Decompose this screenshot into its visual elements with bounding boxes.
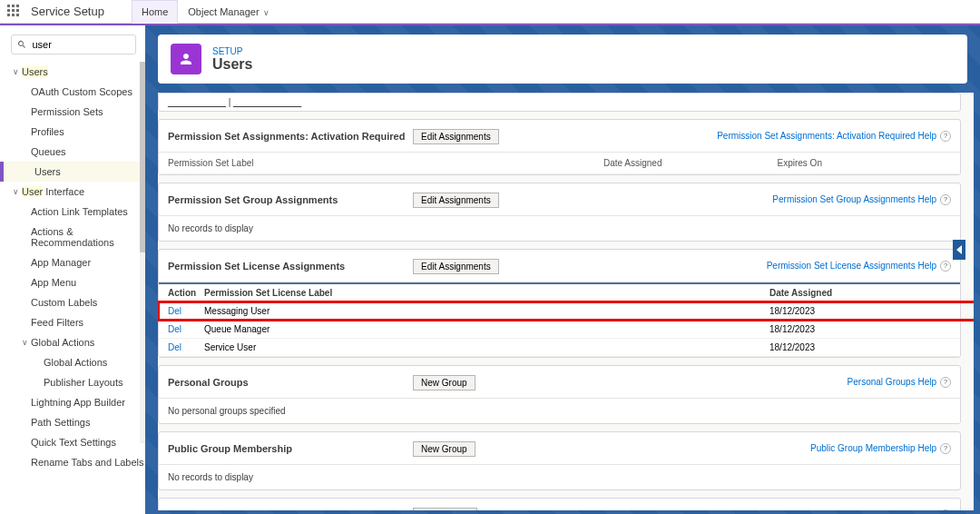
psl-col-date: Date Assigned <box>769 288 951 298</box>
sidebar-item-publisher-layouts[interactable]: Publisher Layouts <box>0 372 145 392</box>
psa-edit-button[interactable]: Edit Assignments <box>413 129 499 144</box>
psa-title: Permission Set Assignments: Activation R… <box>168 131 413 142</box>
sidebar-group-users[interactable]: ∨Users <box>0 62 145 82</box>
qm-title: Queue Membership <box>168 509 413 511</box>
sidebar-item-custom-labels[interactable]: Custom Labels <box>0 292 145 312</box>
panel-collapse-handle[interactable] <box>953 240 965 260</box>
card-psl: Permission Set License Assignments Edit … <box>158 249 961 358</box>
sidebar-item-global-actions[interactable]: ∨Global Actions <box>0 332 145 352</box>
psl-help-link[interactable]: Permission Set License Assignments Help <box>767 261 936 271</box>
psl-col-label: Permission Set License Label <box>204 288 769 298</box>
psl-row: Del Service User 18/12/2023 <box>159 339 960 357</box>
top-bar: Service Setup Home Object Manager∨ <box>0 0 980 24</box>
tab-home[interactable]: Home <box>132 0 178 24</box>
pgm-help-link[interactable]: Public Group Membership Help <box>810 443 936 453</box>
psa-col-expires: Expires On <box>778 158 952 168</box>
psg-help-link[interactable]: Permission Set Group Assignments Help <box>772 194 936 204</box>
psg-empty: No records to display <box>159 216 960 241</box>
sidebar-item-lightning-app-builder[interactable]: Lightning App Builder <box>0 392 145 412</box>
psl-row-date: 18/12/2023 <box>769 306 951 316</box>
sidebar-item-rename-tabs-labels[interactable]: Rename Tabs and Labels <box>0 452 145 472</box>
psg-edit-button[interactable]: Edit Assignments <box>413 193 499 208</box>
page-title: Users <box>212 56 252 73</box>
psl-row: Del Messaging User 18/12/2023 <box>159 302 960 321</box>
psa-help-link[interactable]: Permission Set Assignments: Activation R… <box>717 131 936 141</box>
pg-empty: No personal groups specified <box>159 399 960 423</box>
card-psa: Permission Set Assignments: Activation R… <box>158 119 961 175</box>
psl-row-label: Queue Manager <box>204 324 769 334</box>
psl-col-action: Action <box>168 288 204 298</box>
psa-col-label: Permission Set Label <box>168 158 603 168</box>
help-icon[interactable]: ? <box>940 194 951 205</box>
breadcrumb-bar: _____ _ ___ _ | __ __ ____ ____ <box>158 93 961 112</box>
psl-row: Del Queue Manager 18/12/2023 <box>159 321 960 339</box>
psl-row-date: 18/12/2023 <box>769 342 951 352</box>
pg-help-link[interactable]: Personal Groups Help <box>848 377 936 387</box>
psl-title: Permission Set License Assignments <box>168 261 413 272</box>
sidebar-item-actions-recommendations[interactable]: Actions & Recommendations <box>0 222 145 252</box>
sidebar-item-users[interactable]: Users <box>0 162 145 182</box>
qm-new-button[interactable]: New Queue <box>413 508 477 510</box>
psa-col-date: Date Assigned <box>603 158 778 168</box>
quick-find-search[interactable] <box>11 35 136 54</box>
sidebar-group-user-interface[interactable]: ∨User Interface <box>0 182 145 202</box>
psl-delete-link[interactable]: Del <box>168 342 204 352</box>
pg-new-button[interactable]: New Group <box>413 375 475 390</box>
chevron-down-icon: ∨ <box>263 8 270 17</box>
sidebar-item-oauth-scopes[interactable]: OAuth Custom Scopes <box>0 82 145 102</box>
psl-delete-link[interactable]: Del <box>168 306 204 316</box>
pg-title: Personal Groups <box>168 377 413 388</box>
tab-object-manager[interactable]: Object Manager∨ <box>178 0 279 24</box>
sidebar-item-feed-filters[interactable]: Feed Filters <box>0 312 145 332</box>
pgm-empty: No records to display <box>159 465 960 489</box>
sidebar-item-app-manager[interactable]: App Manager <box>0 252 145 272</box>
sidebar-item-profiles[interactable]: Profiles <box>0 122 145 142</box>
card-psg: Permission Set Group Assignments Edit As… <box>158 183 961 242</box>
psl-row-label: Messaging User <box>204 306 769 316</box>
sidebar-item-global-actions-sub[interactable]: Global Actions <box>0 352 145 372</box>
psl-edit-button[interactable]: Edit Assignments <box>413 259 499 274</box>
help-icon[interactable]: ? <box>940 261 951 272</box>
help-icon[interactable]: ? <box>940 377 951 388</box>
psl-delete-link[interactable]: Del <box>168 324 204 334</box>
sidebar-item-quick-text-settings[interactable]: Quick Text Settings <box>0 432 145 452</box>
sidebar-item-path-settings[interactable]: Path Settings <box>0 412 145 432</box>
content-scroll[interactable]: _____ _ ___ _ | __ __ ____ ____ Permissi… <box>158 93 974 510</box>
sidebar-item-permission-sets[interactable]: Permission Sets <box>0 102 145 122</box>
card-pg: Personal Groups New Group Personal Group… <box>158 365 961 424</box>
pgm-new-button[interactable]: New Group <box>413 441 475 457</box>
sidebar-item-action-link-templates[interactable]: Action Link Templates <box>0 202 145 222</box>
psl-row-date: 18/12/2023 <box>769 324 951 334</box>
psl-row-label: Service User <box>204 342 769 352</box>
search-icon <box>17 39 26 50</box>
help-icon[interactable]: ? <box>940 131 951 142</box>
search-input[interactable] <box>32 39 130 50</box>
qm-help-link[interactable]: Queue Membership Help <box>836 509 936 510</box>
help-icon[interactable]: ? <box>940 509 951 511</box>
app-title: Service Setup <box>31 5 104 18</box>
app-launcher-icon[interactable] <box>7 5 22 19</box>
card-qm: Queue Membership New Queue Queue Members… <box>158 498 961 510</box>
help-icon[interactable]: ? <box>940 443 951 454</box>
main: SETUP Users _____ _ ___ _ | __ __ ____ _… <box>145 25 980 514</box>
sidebar-item-app-menu[interactable]: App Menu <box>0 272 145 292</box>
page-header: SETUP Users <box>158 35 967 84</box>
pgm-title: Public Group Membership <box>168 443 413 454</box>
user-icon <box>171 44 201 74</box>
psg-title: Permission Set Group Assignments <box>168 194 413 205</box>
sidebar: ∨Users OAuth Custom Scopes Permission Se… <box>0 25 145 514</box>
card-pgm: Public Group Membership New Group Public… <box>158 431 961 490</box>
page-eyebrow: SETUP <box>212 46 252 56</box>
sidebar-item-queues[interactable]: Queues <box>0 142 145 162</box>
